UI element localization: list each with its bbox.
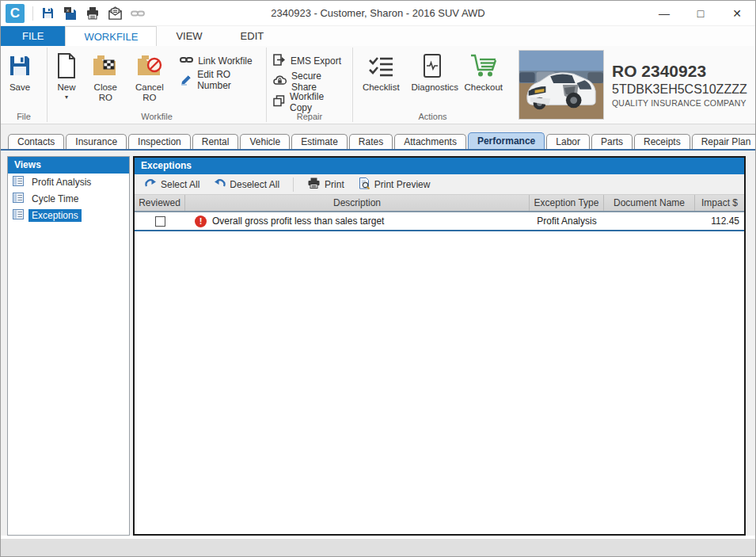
tab-rental[interactable]: Rental bbox=[192, 134, 239, 149]
status-zone bbox=[1, 539, 755, 557]
save-close-icon[interactable]: x bbox=[63, 6, 78, 20]
ro-number: RO 2340923 bbox=[612, 62, 747, 81]
exception-error-icon: ! bbox=[195, 216, 207, 227]
exceptions-panel-header: Exceptions bbox=[135, 158, 744, 174]
vin: 5TDBK3EH5CS10ZZZZ bbox=[612, 82, 747, 97]
tab-insurance[interactable]: Insurance bbox=[66, 134, 127, 149]
tab-receipts[interactable]: Receipts bbox=[634, 134, 690, 149]
ro-info: RO 2340923 5TDBK3EH5CS10ZZZZ QUALITY INS… bbox=[612, 62, 747, 107]
tab-parts[interactable]: Parts bbox=[591, 134, 633, 149]
column-header-impact[interactable]: Impact $ bbox=[695, 195, 744, 211]
chevron-down-icon: ▾ bbox=[65, 93, 68, 101]
status-bar bbox=[1, 539, 755, 557]
diagnostics-icon bbox=[423, 52, 442, 80]
checklist-button[interactable]: Checklist bbox=[359, 49, 403, 95]
impact-value: 112.45 bbox=[695, 216, 744, 227]
ribbon-group-repair: EMS Export Secure Share Workfile Copy Re… bbox=[267, 46, 352, 124]
print-preview-button[interactable]: Print Preview bbox=[353, 175, 436, 194]
export-icon bbox=[273, 54, 286, 68]
ems-export-button[interactable]: EMS Export bbox=[273, 54, 348, 68]
ribbon-group-actions: Checklist Diagnostics Checkout Actions bbox=[353, 46, 512, 124]
titlebar: C x 2340923 - Customer, Sharon - 2016 SU… bbox=[1, 1, 755, 26]
print-preview-icon bbox=[359, 177, 370, 192]
minimize-button[interactable]: — bbox=[646, 1, 682, 25]
copy-icon bbox=[273, 95, 285, 109]
close-ro-button[interactable]: Close RO bbox=[84, 49, 127, 105]
ribbon-group-label: Repair bbox=[268, 111, 351, 123]
tab-rates[interactable]: Rates bbox=[349, 134, 393, 149]
tab-repair-plan[interactable]: Repair Plan bbox=[692, 134, 756, 149]
link-workfile-button[interactable]: Link Workfile bbox=[180, 54, 261, 68]
menu-tab-file[interactable]: FILE bbox=[1, 26, 65, 46]
save-icon bbox=[8, 52, 32, 80]
column-header-description[interactable]: Description bbox=[185, 195, 530, 211]
exceptions-panel: Exceptions Select All Deselect All Print bbox=[133, 156, 746, 536]
checkout-button[interactable]: Checkout bbox=[461, 49, 507, 95]
sidebar-item-cycle-time[interactable]: Cycle Time bbox=[8, 190, 129, 207]
select-all-icon bbox=[145, 178, 157, 191]
cancel-ro-button[interactable]: Cancel RO bbox=[127, 49, 173, 105]
tab-vehicle[interactable]: Vehicle bbox=[240, 134, 290, 149]
ribbon-group-workfile: New ▾ Close RO Cancel RO Link Workfile bbox=[47, 46, 266, 124]
ribbon-group-label: File bbox=[2, 111, 45, 123]
diagnostics-button[interactable]: Diagnostics bbox=[408, 49, 457, 95]
save-button[interactable]: Save bbox=[2, 49, 37, 95]
column-header-document-name[interactable]: Document Name bbox=[604, 195, 695, 211]
checklist-icon bbox=[367, 52, 394, 80]
report-icon bbox=[13, 175, 24, 189]
tab-estimate[interactable]: Estimate bbox=[291, 134, 348, 149]
exceptions-toolbar: Select All Deselect All Print Print Prev… bbox=[135, 174, 744, 195]
save-icon[interactable] bbox=[41, 6, 55, 20]
insurance-company: QUALITY INSURANCE COMPANY bbox=[612, 98, 747, 108]
menu-tab-edit[interactable]: EDIT bbox=[222, 26, 283, 46]
tab-attachments[interactable]: Attachments bbox=[394, 134, 466, 149]
tabstrip: Contacts Insurance Inspection Rental Veh… bbox=[1, 130, 755, 151]
svg-text:x: x bbox=[66, 8, 69, 13]
cancel-ro-folder-icon bbox=[136, 52, 163, 80]
sidebar-item-exceptions[interactable]: Exceptions bbox=[8, 207, 129, 223]
app-window: C x 2340923 - Customer, Sharon - 2016 SU… bbox=[0, 0, 756, 557]
window-title: 2340923 - Customer, Sharon - 2016 SUV AW… bbox=[127, 7, 629, 19]
link-icon bbox=[180, 55, 193, 67]
secure-share-button[interactable]: Secure Share bbox=[273, 74, 348, 89]
menubar: FILE WORKFILE VIEW EDIT bbox=[1, 26, 755, 46]
select-all-button[interactable]: Select All bbox=[139, 176, 205, 193]
menu-tab-view[interactable]: VIEW bbox=[157, 26, 221, 46]
ribbon-group-file: Save File bbox=[1, 46, 47, 124]
print-preview-icon[interactable] bbox=[108, 6, 123, 20]
table-empty-area bbox=[135, 231, 744, 534]
tab-labor[interactable]: Labor bbox=[546, 134, 590, 149]
workfile-copy-icon-button[interactable]: Workfile Copy bbox=[273, 95, 348, 109]
report-icon bbox=[13, 192, 24, 206]
column-header-exception-type[interactable]: Exception Type bbox=[530, 195, 604, 211]
views-panel: Views Profit Analysis Cycle Time Excepti… bbox=[7, 156, 130, 536]
tab-inspection[interactable]: Inspection bbox=[128, 134, 191, 149]
secure-cloud-icon bbox=[273, 75, 287, 88]
link-icon[interactable] bbox=[131, 9, 145, 18]
close-button[interactable]: ✕ bbox=[719, 1, 755, 25]
print-icon bbox=[307, 177, 321, 191]
checkout-cart-icon bbox=[469, 52, 498, 80]
quick-access-toolbar: C x bbox=[1, 4, 145, 23]
divider bbox=[32, 6, 33, 21]
print-icon[interactable] bbox=[85, 6, 100, 20]
maximize-button[interactable]: □ bbox=[682, 1, 719, 25]
ribbon-group-label: Workfile bbox=[49, 111, 264, 123]
new-document-icon bbox=[56, 52, 77, 80]
ribbon: Save File New ▾ Close RO Cancel RO bbox=[1, 46, 755, 124]
tab-contacts[interactable]: Contacts bbox=[8, 134, 64, 149]
new-button[interactable]: New ▾ bbox=[49, 49, 84, 103]
divider bbox=[293, 177, 294, 192]
views-panel-header: Views bbox=[8, 157, 129, 174]
tab-performance[interactable]: Performance bbox=[468, 132, 545, 149]
column-header-reviewed[interactable]: Reviewed bbox=[135, 195, 185, 211]
edit-ro-number-button[interactable]: Edit RO Number bbox=[180, 73, 261, 87]
reviewed-checkbox[interactable] bbox=[155, 216, 165, 227]
app-logo-icon[interactable]: C bbox=[6, 4, 25, 23]
table-row[interactable]: ! Overall gross profit less than sales t… bbox=[135, 212, 744, 231]
deselect-all-button[interactable]: Deselect All bbox=[208, 176, 285, 193]
menu-tab-workfile[interactable]: WORKFILE bbox=[65, 26, 157, 46]
table-header-row: Reviewed Description Exception Type Docu… bbox=[135, 195, 744, 212]
sidebar-item-profit-analysis[interactable]: Profit Analysis bbox=[8, 174, 129, 190]
print-button[interactable]: Print bbox=[302, 175, 350, 193]
